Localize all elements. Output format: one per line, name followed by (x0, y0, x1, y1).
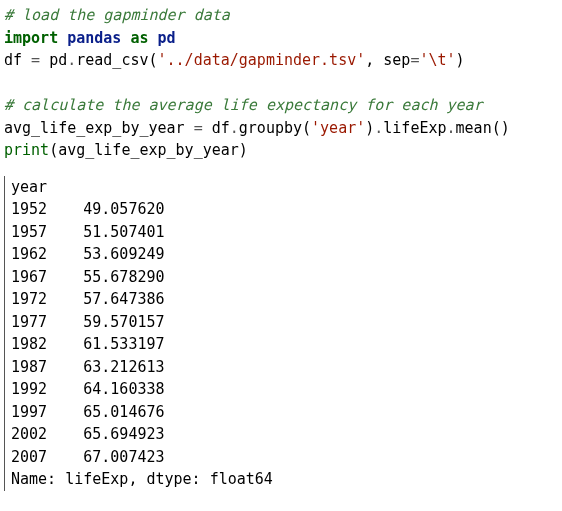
str-path: '../data/gapminder.tsv' (158, 51, 366, 69)
output-row: 2002 65.694923 (11, 425, 165, 443)
ident-mean: mean() (456, 119, 510, 137)
output-row: 1982 61.533197 (11, 335, 165, 353)
ident-df2: df (203, 119, 230, 137)
op-eq3: = (194, 119, 203, 137)
paren-close: ) (456, 51, 465, 69)
mod-pd: pd (158, 29, 176, 47)
output-row: 1967 55.678290 (11, 268, 165, 286)
str-tab: '\t' (419, 51, 455, 69)
func-print: print (4, 141, 49, 159)
kw-import: import (4, 29, 58, 47)
output-row: 1997 65.014676 (11, 403, 165, 421)
str-year: 'year' (311, 119, 365, 137)
output-block: year 1952 49.057620 1957 51.507401 1962 … (4, 176, 558, 491)
output-footer: Name: lifeExp, dtype: float64 (11, 470, 273, 488)
output-row: 1962 53.609249 (11, 245, 165, 263)
print-args: (avg_life_exp_by_year) (49, 141, 248, 159)
paren-close2: ) (365, 119, 374, 137)
output-row: 1972 57.647386 (11, 290, 165, 308)
output-row: 1952 49.057620 (11, 200, 165, 218)
ident-lifeexp: lifeExp (383, 119, 446, 137)
kw-as: as (130, 29, 148, 47)
output-row: 1992 64.160338 (11, 380, 165, 398)
op-eq: = (31, 51, 40, 69)
ident-readcsv: read_csv( (76, 51, 157, 69)
ident-sep: , sep (365, 51, 410, 69)
op-dot: . (67, 51, 76, 69)
mod-pandas: pandas (67, 29, 121, 47)
output-header: year (11, 178, 47, 196)
output-row: 1957 51.507401 (11, 223, 165, 241)
output-row: 1987 63.212613 (11, 358, 165, 376)
op-dot3: . (374, 119, 383, 137)
ident-groupby: groupby( (239, 119, 311, 137)
comment-calc: # calculate the average life expectancy … (4, 96, 483, 114)
ident-pd: pd (40, 51, 67, 69)
op-dot2: . (230, 119, 239, 137)
comment-load: # load the gapminder data (4, 6, 230, 24)
code-block: # load the gapminder data import pandas … (4, 4, 558, 162)
output-row: 2007 67.007423 (11, 448, 165, 466)
ident-avg: avg_life_exp_by_year (4, 119, 194, 137)
blank-line (4, 74, 13, 92)
output-row: 1977 59.570157 (11, 313, 165, 331)
ident-df: df (4, 51, 31, 69)
op-dot4: . (447, 119, 456, 137)
